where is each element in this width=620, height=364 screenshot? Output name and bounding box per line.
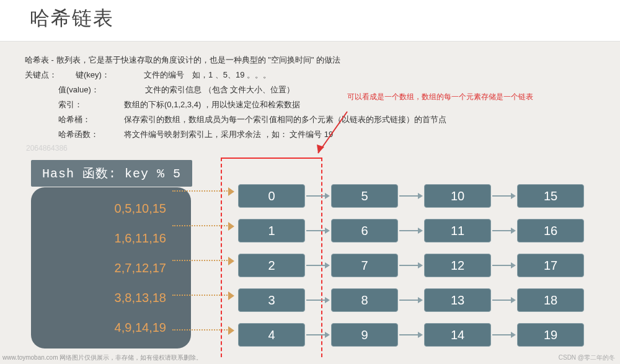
chain-node: 9 <box>331 323 398 347</box>
chain-node: 15 <box>517 184 584 208</box>
desc-val: 将文件编号映射到索引上，采用求余法 ，如： 文件编号 19 <box>124 127 333 142</box>
group-item: 2,7,12,17 <box>31 258 191 288</box>
chain-node: 1 <box>238 219 305 242</box>
dotted-arrow-icon <box>172 190 232 192</box>
chain-row: 271217 <box>238 248 584 283</box>
chain-row: 381318 <box>238 283 584 317</box>
desc-val: 数组的下标(0,1,2,3,4) ，用以快速定位和检索数据 <box>124 97 300 112</box>
svg-marker-16 <box>418 228 423 234</box>
chain-row: 051015 <box>238 179 584 213</box>
desc-key: 索引： <box>58 97 124 112</box>
link-arrow-icon <box>398 226 424 236</box>
link-arrow-icon <box>398 191 424 201</box>
watermark: 2064864386 <box>26 144 68 153</box>
chain-node: 18 <box>517 288 584 312</box>
dotted-arrow-icon <box>172 329 232 331</box>
svg-marker-12 <box>511 193 516 199</box>
page-title: 哈希链表 <box>30 5 620 32</box>
chain-node: 17 <box>517 254 584 277</box>
dotted-arrow-icon <box>172 295 232 296</box>
chain-node: 10 <box>424 184 491 208</box>
desc-val: 文件的索引信息 （包含 文件大小、位置） <box>145 82 294 97</box>
svg-marker-30 <box>511 297 516 303</box>
hash-chains: 051015161116271217381318491419 <box>238 179 584 352</box>
group-item: 3,8,13,18 <box>31 288 191 317</box>
chain-node: 14 <box>424 323 491 347</box>
link-arrow-icon <box>491 260 517 270</box>
red-annotation: 可以看成是一个数组，数组的每一个元素存储是一个链表 <box>347 92 533 102</box>
svg-marker-1 <box>317 144 324 153</box>
chain-node: 13 <box>424 288 491 312</box>
svg-marker-4 <box>228 257 234 265</box>
chain-node: 19 <box>517 323 584 347</box>
desc-key: 值(value)： <box>58 82 145 97</box>
svg-marker-28 <box>418 297 423 303</box>
link-arrow-icon <box>305 330 331 340</box>
chain-node: 16 <box>517 219 584 242</box>
svg-marker-32 <box>325 332 330 338</box>
group-item: 4,9,14,19 <box>31 317 191 347</box>
svg-marker-8 <box>325 193 330 199</box>
chain-node: 7 <box>331 254 398 277</box>
link-arrow-icon <box>398 330 424 340</box>
intro-text: 哈希表 - 散列表，它是基于快速存取的角度设计的，也是一种典型的 "空间换时间"… <box>25 53 620 68</box>
svg-marker-10 <box>418 193 423 199</box>
link-arrow-icon <box>305 191 331 201</box>
chain-node: 6 <box>331 219 398 242</box>
chain-row: 161116 <box>238 213 584 248</box>
footer-right: CSDN @零二年的冬 <box>559 353 615 362</box>
desc-key: 键(key)： <box>76 68 144 82</box>
group-box: 0,5,10,15 1,6,11,16 2,7,12,17 3,8,13,18 … <box>31 187 191 348</box>
chain-node: 11 <box>424 219 491 242</box>
desc-key: 哈希函数： <box>58 127 124 142</box>
chain-node: 3 <box>238 288 305 312</box>
svg-marker-36 <box>511 332 516 338</box>
link-arrow-icon <box>305 295 331 305</box>
link-arrow-icon <box>491 191 517 201</box>
link-arrow-icon <box>398 260 424 270</box>
svg-marker-14 <box>325 228 330 234</box>
link-arrow-icon <box>491 226 517 236</box>
link-arrow-icon <box>398 295 424 305</box>
svg-marker-3 <box>228 222 234 231</box>
dotted-arrow-icon <box>172 225 232 226</box>
svg-marker-22 <box>418 262 423 269</box>
chain-node: 4 <box>238 323 305 347</box>
dotted-arrow-icon <box>172 260 232 261</box>
desc-val: 保存索引的数组，数组成员为每一个索引值相同的多个元素（以链表的形式链接）的首节点 <box>124 112 446 127</box>
group-item: 1,6,11,16 <box>31 228 191 258</box>
chain-node: 0 <box>238 184 305 208</box>
svg-marker-18 <box>511 228 516 234</box>
footer-left: www.toymoban.com 网络图片仅供展示，非存储，如有侵权请联系删除。 <box>2 353 202 362</box>
svg-marker-24 <box>511 262 516 269</box>
link-arrow-icon <box>491 295 517 305</box>
chain-node: 5 <box>331 184 398 208</box>
link-arrow-icon <box>491 330 517 340</box>
chain-node: 2 <box>238 254 305 277</box>
desc-val: 文件的编号 如，1 、5、19 。。。 <box>144 68 271 82</box>
svg-marker-20 <box>325 262 330 269</box>
link-arrow-icon <box>305 226 331 236</box>
chain-row: 491419 <box>238 317 584 352</box>
chain-node: 12 <box>424 254 491 277</box>
svg-marker-5 <box>228 291 234 300</box>
svg-marker-6 <box>228 326 234 335</box>
svg-marker-26 <box>325 297 330 303</box>
key-label: 关键点： <box>25 68 57 82</box>
link-arrow-icon <box>305 260 331 270</box>
hash-function-label: Hash 函数: key % 5 <box>31 160 192 187</box>
group-item: 0,5,10,15 <box>31 198 191 228</box>
svg-marker-2 <box>228 187 234 196</box>
desc-key: 哈希桶： <box>58 112 124 127</box>
chain-node: 8 <box>331 288 398 312</box>
svg-marker-34 <box>418 332 423 338</box>
